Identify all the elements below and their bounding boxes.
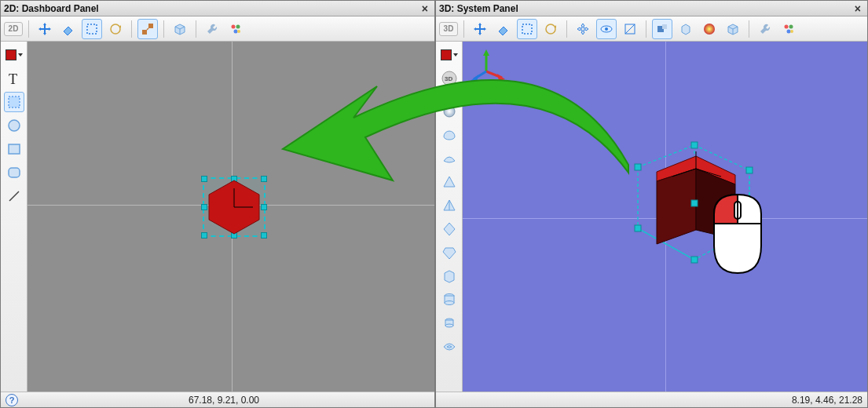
- pan-3d-icon[interactable]: [573, 19, 593, 39]
- dropdown-caret-icon: [453, 53, 458, 56]
- svg-text:T: T: [9, 71, 17, 86]
- statusbar-3d: 8.19, 4.46, 21.28: [436, 392, 867, 407]
- toolbar-separator: [131, 20, 132, 38]
- select-tool-icon[interactable]: [82, 19, 102, 39]
- svg-rect-24: [522, 24, 532, 34]
- view-front-icon[interactable]: [652, 19, 672, 39]
- svg-rect-71: [746, 167, 753, 173]
- move-tool-icon[interactable]: [35, 19, 55, 39]
- view-iso-icon[interactable]: [676, 19, 696, 39]
- torus-primitive-icon[interactable]: [439, 337, 460, 357]
- body-2d: T: [1, 42, 434, 392]
- help-icon[interactable]: ?: [5, 394, 18, 406]
- hemisphere-primitive-icon[interactable]: [439, 125, 460, 145]
- color-swatch-icon: [441, 49, 452, 60]
- svg-rect-69: [635, 164, 641, 170]
- fill-color-picker[interactable]: [439, 45, 460, 65]
- palette-tool-icon[interactable]: [225, 19, 246, 39]
- coords-3d: 8.19, 4.46, 21.28: [792, 395, 863, 406]
- sphere-primitive-icon[interactable]: [439, 101, 460, 122]
- svg-point-12: [234, 29, 238, 33]
- viewport-3d[interactable]: [463, 42, 867, 392]
- prism-primitive-icon[interactable]: [439, 266, 460, 286]
- panel-3d: 3D: System Panel × 3D: [435, 0, 868, 408]
- mode-badge-2d[interactable]: 2D: [4, 22, 23, 36]
- svg-rect-72: [635, 225, 641, 231]
- selection-box-tool-icon[interactable]: [4, 92, 24, 112]
- svg-text:3D: 3D: [445, 75, 452, 82]
- svg-point-33: [704, 24, 715, 35]
- svg-point-41: [790, 30, 793, 33]
- wrench-tool-icon[interactable]: [202, 19, 222, 39]
- rounded-rect-tool-icon[interactable]: [4, 162, 24, 183]
- palette-tool-icon[interactable]: [778, 19, 799, 39]
- move-tool-icon[interactable]: [470, 19, 490, 39]
- eraser-tool-icon[interactable]: [58, 19, 79, 39]
- line-tool-icon[interactable]: [4, 186, 24, 206]
- toolbar-separator: [196, 20, 196, 38]
- cylinder-primitive-icon[interactable]: [439, 290, 460, 310]
- svg-marker-23: [499, 27, 507, 35]
- rotate-tool-icon[interactable]: [105, 19, 126, 39]
- rotate-tool-icon[interactable]: [540, 19, 561, 39]
- svg-point-10: [232, 24, 236, 28]
- select-tool-icon[interactable]: [517, 19, 537, 39]
- gem-primitive-icon[interactable]: [439, 242, 460, 263]
- svg-marker-0: [64, 27, 72, 35]
- svg-rect-73: [691, 257, 698, 263]
- axis-triad-icon: [471, 48, 507, 84]
- toolbar-2d: 2D: [1, 16, 434, 42]
- toolbar-separator: [566, 20, 567, 38]
- text-tool-icon[interactable]: T: [4, 68, 24, 89]
- close-button-2d[interactable]: ×: [419, 2, 431, 15]
- svg-marker-48: [444, 223, 455, 235]
- diamond-primitive-icon[interactable]: [439, 219, 460, 239]
- svg-marker-49: [443, 248, 456, 259]
- svg-point-38: [785, 24, 789, 28]
- sphere-color-icon[interactable]: [699, 19, 720, 39]
- dome-primitive-icon[interactable]: [439, 148, 460, 169]
- svg-marker-64: [657, 169, 696, 244]
- panel-2d: 2D: Dashboard Panel × 2D: [0, 0, 435, 408]
- mode-3d-badge-icon[interactable]: 3D: [439, 68, 460, 89]
- eraser-tool-icon[interactable]: [493, 19, 514, 39]
- svg-rect-18: [9, 168, 20, 177]
- svg-point-13: [237, 30, 240, 33]
- svg-marker-62: [471, 75, 478, 82]
- circle-tool-icon[interactable]: [4, 115, 24, 136]
- toolbar-separator: [163, 20, 164, 38]
- coords-2d: 67.18, 9.21, 0.00: [18, 395, 430, 406]
- tube-primitive-icon[interactable]: [439, 313, 460, 333]
- hexagon-shape-2d[interactable]: [203, 177, 266, 237]
- svg-rect-31: [662, 24, 667, 29]
- pyramid-primitive-icon[interactable]: [439, 195, 460, 216]
- svg-point-16: [9, 120, 20, 131]
- titlebar-2d: 2D: Dashboard Panel ×: [1, 1, 434, 16]
- svg-line-5: [147, 28, 148, 30]
- svg-rect-70: [691, 142, 698, 148]
- titlebar-3d: 3D: System Panel ×: [436, 1, 867, 16]
- svg-rect-1: [87, 24, 97, 34]
- close-button-3d[interactable]: ×: [852, 2, 864, 15]
- svg-point-25: [546, 24, 555, 34]
- svg-point-44: [444, 106, 455, 117]
- svg-point-56: [445, 324, 453, 327]
- viewport-2d[interactable]: [27, 42, 434, 392]
- zoom-3d-icon[interactable]: [620, 19, 640, 39]
- cube-tool-icon[interactable]: [723, 19, 743, 39]
- mode-badge-3d[interactable]: 3D: [439, 22, 458, 36]
- svg-rect-15: [9, 97, 20, 107]
- rectangle-tool-icon[interactable]: [4, 139, 24, 159]
- wrench-tool-icon[interactable]: [755, 19, 775, 39]
- svg-rect-75: [691, 200, 698, 206]
- svg-line-19: [9, 191, 19, 201]
- cube-tool-icon[interactable]: [170, 19, 190, 39]
- orbit-3d-icon[interactable]: [596, 19, 617, 39]
- svg-line-29: [625, 24, 635, 34]
- toolbar-separator: [28, 20, 29, 38]
- cone-primitive-icon[interactable]: [439, 172, 460, 192]
- sidebar-2d: T: [1, 42, 27, 392]
- title-3d: 3D: System Panel: [439, 3, 852, 14]
- fill-color-picker[interactable]: [4, 45, 24, 65]
- snap-tool-icon[interactable]: [137, 19, 158, 39]
